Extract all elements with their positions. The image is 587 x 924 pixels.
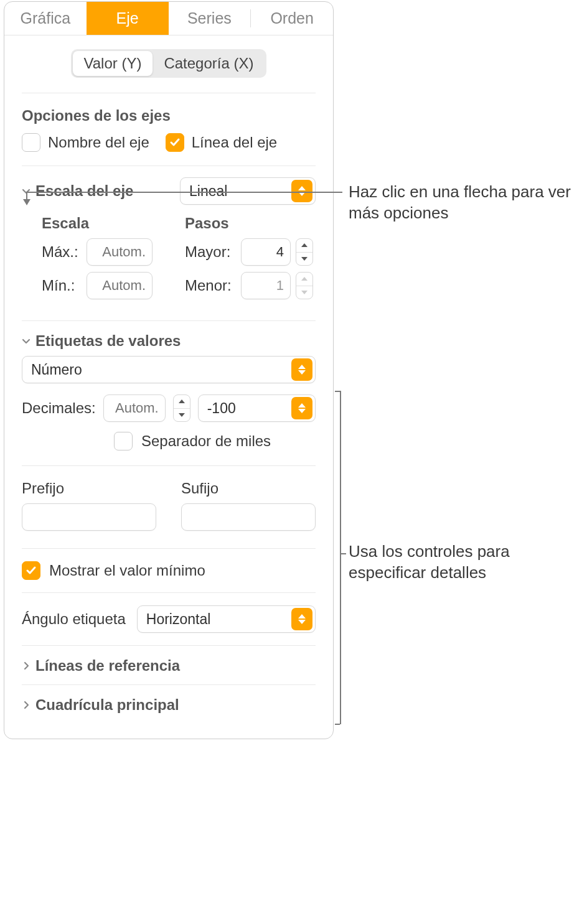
tab-orden[interactable]: Orden: [251, 2, 333, 35]
callout-bracket: [335, 724, 340, 725]
decimales-input[interactable]: [103, 394, 166, 422]
reference-lines-label: Líneas de referencia: [35, 657, 180, 674]
axis-options-section: Opciones de los ejes Nombre del eje Líne…: [4, 93, 333, 166]
mayor-input[interactable]: 4: [241, 238, 291, 266]
negative-format-popup[interactable]: -100: [198, 394, 316, 422]
value-labels-section: Etiquetas de valores Número Decimales: -…: [4, 321, 333, 465]
main-grid-section: Cuadrícula principal: [4, 685, 333, 739]
callout-bracket: [335, 391, 340, 392]
segment-categoria-x-label: Categoría (X): [164, 55, 253, 72]
chevron-right-icon[interactable]: [21, 660, 32, 671]
stepper-up-icon[interactable]: [174, 395, 190, 408]
mayor-stepper[interactable]: [296, 238, 313, 266]
callout-bracket: [340, 391, 341, 724]
pasos-heading: Pasos: [185, 215, 316, 232]
checkbox-nombre-eje[interactable]: [22, 133, 40, 152]
axis-selector-row: Valor (Y) Categoría (X): [22, 35, 316, 93]
max-input[interactable]: [87, 238, 153, 266]
menor-input[interactable]: 1: [241, 272, 291, 299]
negative-format-value: -100: [207, 400, 285, 417]
axis-options-heading: Opciones de los ejes: [22, 93, 316, 133]
escala-heading: Escala: [42, 215, 172, 232]
callout-arrowhead-icon: [22, 198, 32, 205]
angulo-etiqueta-value: Horizontal: [146, 611, 285, 628]
chevron-right-icon[interactable]: [21, 699, 32, 711]
menor-stepper[interactable]: [296, 272, 313, 299]
angulo-etiqueta-label: Ángulo etiqueta: [22, 610, 126, 628]
updown-arrows-icon: [291, 180, 312, 202]
segment-valor-y[interactable]: Valor (Y): [73, 51, 153, 76]
axis-scale-label: Escala del eje: [35, 182, 133, 200]
chevron-down-icon[interactable]: [21, 335, 32, 347]
stepper-down-icon[interactable]: [174, 408, 190, 422]
main-grid-label: Cuadrícula principal: [35, 696, 179, 714]
menor-label: Menor:: [185, 277, 236, 294]
checkbox-linea-eje-label: Línea del eje: [192, 134, 277, 151]
axis-scale-section: Escala del eje Lineal Escala Máx.: Mín.:…: [4, 166, 333, 320]
sufijo-label: Sufijo: [181, 480, 316, 497]
max-label: Máx.:: [42, 243, 82, 261]
updown-arrows-icon: [291, 608, 312, 630]
reference-lines-section: Líneas de referencia: [4, 646, 333, 684]
mayor-label: Mayor:: [185, 243, 236, 261]
checkbox-nombre-eje-label: Nombre del eje: [48, 134, 149, 151]
segment-valor-y-label: Valor (Y): [84, 55, 142, 72]
axis-scale-popup[interactable]: Lineal: [180, 177, 316, 205]
decimales-stepper[interactable]: [173, 394, 190, 422]
updown-arrows-icon: [291, 397, 312, 419]
tab-eje-label: Eje: [116, 9, 139, 27]
prefijo-input[interactable]: [22, 503, 156, 531]
stepper-down-icon[interactable]: [296, 252, 312, 266]
stepper-down-icon[interactable]: [296, 286, 312, 299]
checkbox-linea-eje[interactable]: [166, 133, 184, 152]
label-format-value: Número: [31, 362, 285, 378]
tab-orden-label: Orden: [270, 9, 313, 27]
label-format-popup[interactable]: Número: [22, 356, 316, 383]
checkbox-mostrar-min-label: Mostrar el valor mínimo: [49, 562, 205, 579]
tab-grafica-label: Gráfica: [21, 9, 71, 27]
angulo-etiqueta-popup[interactable]: Horizontal: [137, 605, 316, 633]
callout-bracket: [340, 553, 346, 554]
callout-controls-text: Usa los controles para especificar detal…: [349, 541, 573, 584]
min-label: Mín.:: [42, 277, 82, 294]
prefijo-label: Prefijo: [22, 480, 156, 497]
sufijo-input[interactable]: [181, 503, 316, 531]
axis-segmented-control: Valor (Y) Categoría (X): [71, 49, 267, 78]
callout-line: [26, 192, 342, 193]
checkbox-sep-miles[interactable]: [114, 432, 133, 450]
segment-categoria-x[interactable]: Categoría (X): [153, 51, 265, 76]
top-tab-bar: Gráfica Eje Series Orden: [4, 2, 333, 35]
menor-value: 1: [276, 278, 284, 294]
tab-series-label: Series: [187, 9, 232, 27]
stepper-up-icon[interactable]: [296, 239, 312, 252]
decimales-label: Decimales:: [22, 399, 96, 417]
tab-grafica[interactable]: Gráfica: [4, 2, 87, 35]
tab-eje[interactable]: Eje: [87, 2, 169, 35]
value-labels-heading: Etiquetas de valores: [35, 332, 181, 350]
callout-arrow-text: Haz clic en una flecha para ver más opci…: [349, 182, 573, 224]
inspector-panel: Gráfica Eje Series Orden Valor (Y) Categ…: [4, 1, 334, 739]
checkbox-mostrar-min[interactable]: [22, 561, 40, 580]
tab-series[interactable]: Series: [169, 2, 251, 35]
axis-scale-value: Lineal: [189, 183, 285, 200]
updown-arrows-icon: [291, 358, 312, 381]
stepper-up-icon[interactable]: [296, 273, 312, 286]
mayor-value: 4: [276, 244, 284, 260]
min-input[interactable]: [87, 272, 153, 299]
checkbox-sep-miles-label: Separador de miles: [141, 432, 271, 450]
